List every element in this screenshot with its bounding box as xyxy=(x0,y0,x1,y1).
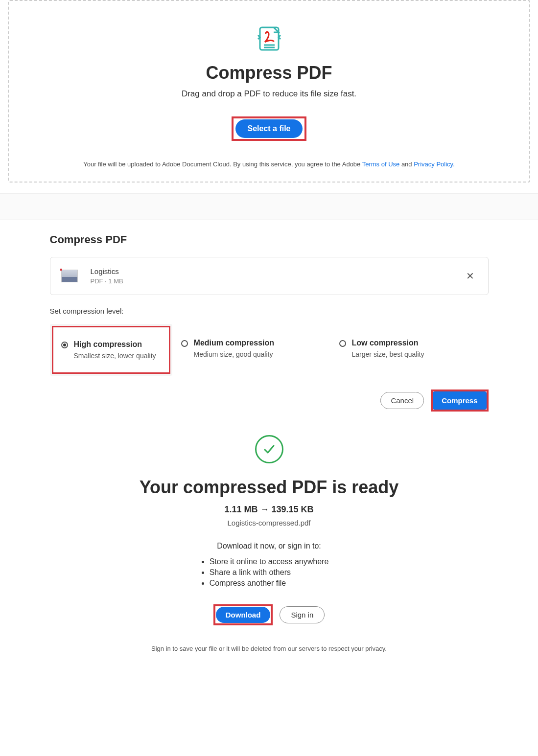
section-divider xyxy=(0,193,538,220)
select-file-highlight: Select a file xyxy=(232,116,306,141)
ready-heading: Your compressed PDF is ready xyxy=(50,477,489,498)
compression-panel: Compress PDF Logistics PDF · 1 MB ✕ Set … xyxy=(44,233,494,672)
file-card: Logistics PDF · 1 MB ✕ xyxy=(50,257,489,295)
radio-icon xyxy=(339,340,346,347)
option-high[interactable]: High compression Smallest size, lower qu… xyxy=(52,326,170,374)
dropzone[interactable]: Compress PDF Drag and drop a PDF to redu… xyxy=(8,0,530,183)
terms-link[interactable]: Terms of Use xyxy=(362,160,400,168)
option-title: High compression xyxy=(74,340,156,349)
download-highlight: Download xyxy=(213,604,273,625)
file-info: Logistics PDF · 1 MB xyxy=(61,267,123,285)
download-intro: Download it now, or sign in to: xyxy=(50,542,489,550)
signin-button[interactable]: Sign in xyxy=(280,606,325,623)
success-check-icon xyxy=(255,435,283,463)
compress-button[interactable]: Compress xyxy=(433,391,486,410)
legal-mid: and xyxy=(399,160,414,168)
option-sub: Larger size, best quality xyxy=(352,350,424,358)
action-row: Cancel Compress xyxy=(50,389,489,412)
option-title: Low compression xyxy=(352,339,424,347)
close-icon: ✕ xyxy=(466,271,474,281)
set-compression-label: Set compression level: xyxy=(50,307,489,315)
pdf-icon xyxy=(19,24,519,53)
panel-title: Compress PDF xyxy=(50,233,489,246)
ready-section: Your compressed PDF is ready 1.11 MB → 1… xyxy=(50,435,489,672)
option-low[interactable]: Low compression Larger size, best qualit… xyxy=(330,324,489,376)
list-item: Compress another file xyxy=(210,579,329,588)
option-medium[interactable]: Medium compression Medium size, good qua… xyxy=(172,324,330,376)
file-thumbnail xyxy=(61,270,78,282)
option-sub: Medium size, good quality xyxy=(194,350,274,358)
radio-selected-icon xyxy=(61,342,68,348)
download-button[interactable]: Download xyxy=(216,607,271,623)
compress-highlight: Compress xyxy=(431,389,488,412)
legal-text: Your file will be uploaded to Adobe Docu… xyxy=(19,160,519,168)
file-meta: PDF · 1 MB xyxy=(91,277,123,285)
dropzone-title: Compress PDF xyxy=(19,63,519,83)
option-title: Medium compression xyxy=(194,339,274,347)
file-name: Logistics xyxy=(91,267,123,275)
dropzone-subtitle: Drag and drop a PDF to reduce its file s… xyxy=(19,89,519,99)
list-item: Store it online to access anywhere xyxy=(210,557,329,566)
compression-options: High compression Smallest size, lower qu… xyxy=(50,324,489,376)
list-item: Share a link with others xyxy=(210,568,329,577)
option-sub: Smallest size, lower quality xyxy=(74,352,156,360)
radio-icon xyxy=(181,340,188,347)
select-file-button[interactable]: Select a file xyxy=(235,119,302,138)
size-line: 1.11 MB → 139.15 KB xyxy=(50,504,489,515)
cancel-button[interactable]: Cancel xyxy=(380,392,424,409)
remove-file-button[interactable]: ✕ xyxy=(463,267,477,285)
privacy-note: Sign in to save your file or it will be … xyxy=(50,645,489,652)
privacy-link[interactable]: Privacy Policy. xyxy=(414,160,455,168)
option-high-wrap: High compression Smallest size, lower qu… xyxy=(50,324,172,376)
download-row: Download Sign in xyxy=(50,604,489,625)
compressed-filename: Logistics-compressed.pdf xyxy=(50,519,489,527)
legal-prefix: Your file will be uploaded to Adobe Docu… xyxy=(83,160,362,168)
benefits-list: Store it online to access anywhere Share… xyxy=(210,555,329,590)
